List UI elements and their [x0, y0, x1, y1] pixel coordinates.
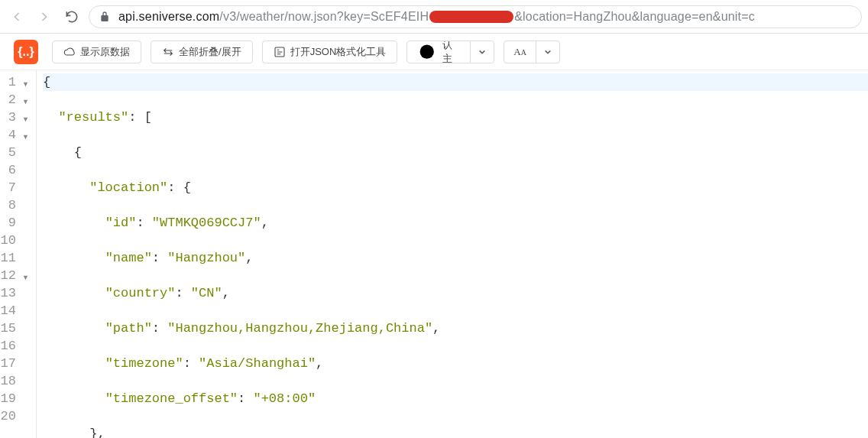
svg-point-1 [420, 44, 434, 58]
font-size-label-area[interactable]: AA [504, 41, 536, 63]
collapse-expand-icon [162, 46, 174, 58]
json-toolbar: {..} 显示原数据 全部折叠/展开 打开JSON格式化工具 默认主题 AA [0, 34, 868, 70]
code-line[interactable]: "name": "Hangzhou", [43, 249, 868, 267]
theme-caret[interactable] [471, 41, 494, 63]
open-formatter-button[interactable]: 打开JSON格式化工具 [262, 41, 398, 63]
code-line[interactable]: "results": [ [43, 109, 868, 126]
redacted-region [429, 11, 513, 23]
toggle-collapse-label: 全部折叠/展开 [179, 45, 241, 59]
code-line[interactable]: { [43, 73, 868, 91]
chevron-down-icon [478, 48, 486, 56]
forward-button[interactable] [34, 6, 55, 28]
chevron-down-icon [544, 48, 552, 56]
theme-selector[interactable]: 默认主题 [406, 41, 494, 63]
theme-selector-label-area[interactable]: 默认主题 [407, 41, 470, 63]
cloud-icon [63, 46, 76, 58]
palette-icon [416, 41, 437, 62]
url-text: api.seniverse.com/v3/weather/now.json?ke… [118, 10, 852, 24]
code-line[interactable]: "location": { [43, 179, 868, 196]
show-raw-button[interactable]: 显示原数据 [52, 41, 141, 63]
code-line[interactable]: { [43, 144, 868, 161]
show-raw-label: 显示原数据 [80, 45, 130, 59]
toggle-collapse-button[interactable]: 全部折叠/展开 [151, 41, 253, 63]
font-size-caret[interactable] [536, 41, 559, 63]
open-formatter-label: 打开JSON格式化工具 [290, 45, 387, 59]
code-line[interactable]: "id": "WTMKQ069CCJ7", [43, 214, 868, 232]
font-size-icon: AA [513, 46, 526, 58]
json-viewer: 1234567891011121314151617181920 { "resul… [0, 70, 868, 438]
code-line[interactable]: "timezone": "Asia/Shanghai", [43, 355, 868, 372]
reload-button[interactable] [61, 6, 83, 28]
formatter-icon [274, 46, 286, 58]
url-field[interactable]: api.seniverse.com/v3/weather/now.json?ke… [89, 5, 862, 28]
font-size-selector[interactable]: AA [504, 41, 560, 63]
back-button[interactable] [6, 6, 28, 28]
code-line[interactable]: }, [43, 425, 868, 438]
code-line[interactable]: "path": "Hangzhou,Hangzhou,Zhejiang,Chin… [43, 320, 868, 337]
code-area[interactable]: { "results": [ { "location": { "id": "WT… [37, 70, 868, 438]
theme-label: 默认主题 [442, 41, 462, 63]
code-line[interactable]: "country": "CN", [43, 284, 868, 302]
code-line[interactable]: "timezone_offset": "+08:00" [43, 390, 868, 407]
extension-logo[interactable]: {..} [14, 40, 38, 64]
lock-icon [99, 11, 111, 23]
address-bar: api.seniverse.com/v3/weather/now.json?ke… [0, 0, 868, 34]
line-number-gutter: 1234567891011121314151617181920 [0, 70, 37, 438]
